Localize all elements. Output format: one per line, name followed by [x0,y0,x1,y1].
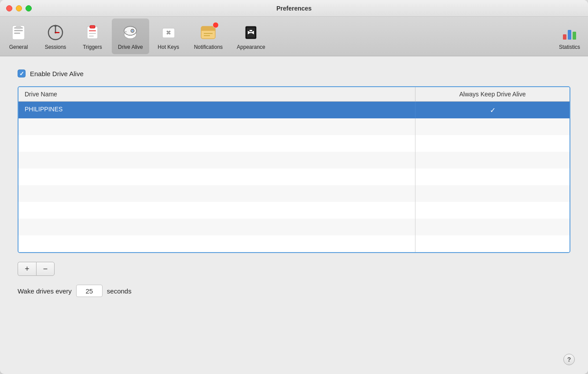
help-button[interactable]: ? [563,354,575,365]
tab-triggers-label: Triggers [83,44,102,50]
action-buttons: + − [18,262,570,276]
tab-notifications-label: Notifications [194,44,223,50]
cell-keep-alive [415,169,570,185]
table-row[interactable] [18,235,570,252]
svg-text:⌘: ⌘ [166,29,171,37]
svg-rect-2 [14,30,23,31]
cell-keep-alive [415,185,570,202]
drive-table: Drive Name Always Keep Drive Alive PHILI… [18,86,570,253]
col-keep-alive-header: Always Keep Drive Alive [415,87,570,101]
appearance-icon [241,23,261,42]
tab-appearance-label: Appearance [237,44,265,50]
table-row[interactable] [18,118,570,135]
content-area: ✓ Enable Drive Alive Drive Name Always K… [0,56,588,374]
svg-point-33 [250,32,252,33]
remove-drive-button[interactable]: − [36,262,55,276]
table-row[interactable] [18,135,570,152]
general-icon [9,23,28,42]
table-row[interactable] [18,202,570,219]
svg-rect-4 [16,26,21,29]
cell-drive-name [18,135,415,152]
cell-drive-name [18,202,415,219]
toolbar-spacer [272,17,551,56]
tab-statistics[interactable]: Statistics [552,18,587,54]
preferences-window: Preferences General [0,0,588,374]
enable-drive-alive-row: ✓ Enable Drive Alive [18,70,570,77]
maximize-button[interactable] [26,5,32,11]
cell-keep-alive [415,235,570,252]
tab-hot-keys[interactable]: ⌘ Hot Keys [151,18,186,54]
tab-notifications[interactable]: Notifications [188,18,229,54]
cell-drive-name [18,152,415,169]
notifications-icon [198,23,218,42]
wake-label-after: seconds [107,287,132,295]
wake-drives-row: Wake drives every seconds [18,285,570,297]
window-title: Preferences [276,5,312,12]
tab-triggers[interactable]: Triggers [75,18,110,54]
col-drive-name-header: Drive Name [18,87,415,101]
triggers-icon [83,23,102,42]
cell-keep-alive [415,219,570,235]
svg-point-9 [55,25,57,27]
add-drive-button[interactable]: + [18,262,36,276]
titlebar: Preferences [0,0,588,17]
enable-label: Enable Drive Alive [30,70,84,77]
table-row[interactable] [18,185,570,202]
tab-general[interactable]: General [1,18,36,54]
wake-label-before: Wake drives every [18,287,72,295]
cell-keep-alive [415,152,570,169]
svg-point-17 [124,26,136,35]
close-button[interactable] [6,5,12,11]
svg-rect-32 [250,30,252,31]
svg-rect-25 [201,29,215,31]
table-body: PHILIPPINES ✓ [18,102,570,252]
cell-drive-name [18,235,415,252]
table-row[interactable] [18,169,570,185]
svg-rect-3 [14,33,20,34]
table-header: Drive Name Always Keep Drive Alive [18,87,570,102]
cell-keep-alive [415,118,570,135]
table-row[interactable] [18,219,570,235]
svg-rect-11 [90,26,95,28]
svg-rect-35 [568,30,571,40]
svg-point-19 [132,30,133,31]
cell-drive-name [18,118,415,135]
toolbar: General Sessions [0,17,588,56]
table-row[interactable]: PHILIPPINES ✓ [18,102,570,118]
tab-appearance[interactable]: Appearance [231,18,272,54]
cell-keep-alive: ✓ [415,102,570,118]
tab-sessions-label: Sessions [45,44,66,50]
tab-drive-alive[interactable]: Drive Alive [112,18,149,54]
enable-checkbox-container[interactable]: ✓ Enable Drive Alive [18,70,84,77]
tab-hot-keys-label: Hot Keys [158,44,179,50]
cell-drive-name: PHILIPPINES [18,102,415,118]
hot-keys-icon: ⌘ [159,23,178,42]
help-button-container: ? [563,354,575,365]
tab-statistics-label: Statistics [559,44,580,50]
svg-rect-34 [563,34,566,40]
window-controls [6,5,32,11]
sessions-icon [46,23,65,42]
statistics-icon [560,23,579,42]
minimize-button[interactable] [16,5,22,11]
cell-drive-name [18,219,415,235]
svg-point-20 [125,31,127,32]
tab-general-label: General [9,44,28,50]
cell-drive-name [18,169,415,185]
table-row[interactable] [18,152,570,169]
tab-sessions[interactable]: Sessions [38,18,73,54]
tab-drive-alive-label: Drive Alive [118,44,143,50]
wake-interval-input[interactable] [76,285,103,297]
cell-keep-alive [415,135,570,152]
cell-drive-name [18,185,415,202]
svg-rect-36 [573,32,576,40]
cell-keep-alive [415,202,570,219]
notification-badge [213,22,219,28]
drive-alive-icon [121,23,140,42]
enable-checkbox[interactable]: ✓ [18,70,26,77]
